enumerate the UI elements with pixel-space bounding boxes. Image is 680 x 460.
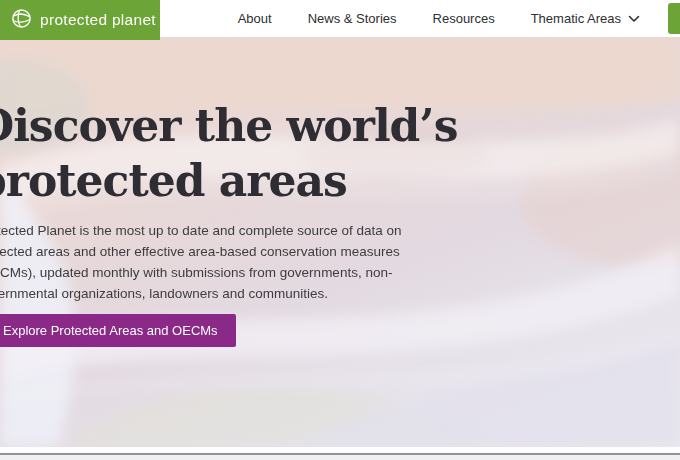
next-section-edge — [0, 455, 680, 460]
nav-item-resources[interactable]: Resources — [433, 11, 495, 26]
logo-text: protected planet — [40, 11, 156, 29]
chevron-down-icon — [628, 15, 640, 23]
nav-item-about[interactable]: About — [238, 11, 272, 26]
nav-item-thematic-areas[interactable]: Thematic Areas — [531, 11, 640, 26]
globe-icon — [11, 8, 32, 33]
top-navigation-bar: protected planet ® About News & Stories … — [0, 0, 680, 37]
logo-link[interactable]: protected planet ® — [0, 0, 160, 40]
page-title-line1: Discover the world’s — [0, 98, 466, 153]
page-title-line2: protected areas — [0, 153, 466, 208]
nav-action-button[interactable] — [668, 3, 680, 34]
explore-protected-areas-button[interactable]: Explore Protected Areas and OECMs — [0, 314, 236, 347]
nav-item-news-stories[interactable]: News & Stories — [308, 11, 397, 26]
page-title: Discover the world’s protected areas — [0, 98, 466, 208]
hero-content: Discover the world’s protected areas Pro… — [0, 98, 466, 347]
hero-section: Discover the world’s protected areas Pro… — [0, 37, 680, 447]
page: protected planet ® About News & Stories … — [0, 0, 680, 460]
main-nav: About News & Stories Resources Thematic … — [238, 0, 640, 37]
hero-description: Protected Planet is the most up to date … — [0, 220, 466, 304]
logo-trademark: ® — [164, 15, 169, 25]
